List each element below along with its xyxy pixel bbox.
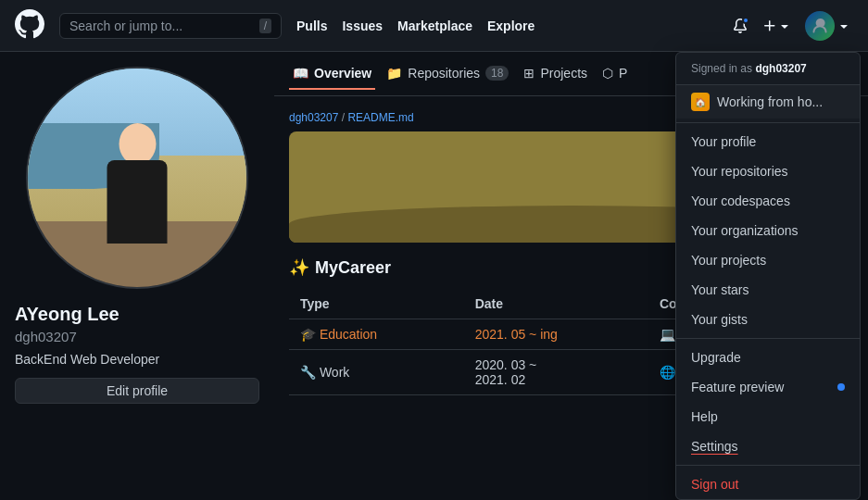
menu-upgrade[interactable]: Upgrade (676, 343, 860, 372)
menu-your-projects[interactable]: Your projects (676, 245, 860, 275)
user-menu-button[interactable] (803, 9, 853, 43)
active-org-label: Working from ho... (717, 94, 823, 109)
menu-your-repositories[interactable]: Your repositories (676, 156, 860, 186)
header: Search or jump to... / Pulls Issues Mark… (0, 0, 868, 52)
person-body (107, 160, 168, 244)
tab-packages[interactable]: ⬡ P (598, 58, 631, 90)
nav-explore[interactable]: Explore (487, 19, 535, 33)
overview-icon: 📖 (293, 66, 308, 81)
tab-overview-label: Overview (314, 66, 371, 81)
menu-your-codespaces[interactable]: Your codespaces (676, 186, 860, 216)
signed-in-label: Signed in as (691, 62, 752, 75)
divider-1 (676, 122, 860, 123)
your-profile-label: Your profile (691, 134, 756, 149)
user-avatar (805, 11, 835, 41)
notification-indicator (742, 17, 749, 24)
notifications-button[interactable] (729, 15, 751, 37)
tab-repositories[interactable]: 📁 Repositories 18 (383, 58, 512, 90)
create-button[interactable] (759, 15, 796, 37)
avatar-icon (811, 17, 829, 35)
your-projects-label: Your projects (691, 253, 766, 268)
menu-your-profile[interactable]: Your profile (676, 127, 860, 156)
nav-issues[interactable]: Issues (342, 19, 383, 33)
profile-avatar: 🏠 (26, 67, 248, 289)
your-organizations-label: Your organizations (691, 223, 798, 238)
tab-packages-label: P (619, 66, 627, 81)
sign-out-label: Sign out (691, 477, 738, 492)
header-actions (729, 9, 853, 43)
divider-3 (676, 465, 860, 466)
education-date: 2021. 05 ~ ing (475, 327, 558, 342)
search-shortcut: / (259, 19, 271, 33)
upgrade-label: Upgrade (691, 350, 741, 365)
your-repositories-label: Your repositories (691, 164, 788, 179)
menu-your-organizations[interactable]: Your organizations (676, 216, 860, 245)
tab-overview[interactable]: 📖 Overview (289, 58, 375, 90)
work-label: Work (320, 365, 349, 380)
row2-type: 🔧 Work (289, 350, 464, 395)
your-gists-label: Your gists (691, 312, 748, 327)
crawler-icon: 🌐 (660, 365, 675, 380)
row1-date: 2021. 05 ~ ing (464, 319, 648, 350)
settings-label: Settings (691, 439, 738, 454)
repo-count-badge: 18 (485, 66, 509, 81)
divider-2 (676, 338, 860, 339)
profile-sidebar: 🏠 AYeong Lee dgh03207 BackEnd Web Develo… (0, 52, 274, 500)
feature-preview-dot (837, 383, 845, 391)
dropdown-username: dgh03207 (755, 62, 806, 75)
nav-pulls[interactable]: Pulls (296, 19, 327, 33)
profile-name: AYeong Lee (15, 304, 259, 325)
org-badge-icon: 🏠 (691, 93, 710, 111)
plus-icon (762, 19, 777, 33)
education-icon: 🎓 (300, 327, 316, 342)
menu-your-stars[interactable]: Your stars (676, 275, 860, 305)
person-figure (107, 123, 168, 244)
tab-projects[interactable]: ⊞ Projects (520, 58, 591, 90)
education-label: Education (320, 327, 377, 342)
col-date: Date (464, 289, 648, 319)
row2-date: 2020. 03 ~2021. 02 (464, 350, 648, 395)
menu-feature-preview[interactable]: Feature preview (676, 372, 860, 402)
avatar-image (28, 69, 246, 287)
dropdown-header: Signed in as dgh03207 (676, 53, 860, 85)
main-nav: Pulls Issues Marketplace Explore (296, 19, 714, 33)
search-box[interactable]: Search or jump to... / (59, 13, 282, 39)
row1-type: 🎓 Education (289, 319, 464, 350)
repo-icon: 📁 (386, 66, 402, 81)
github-logo-icon (15, 9, 44, 39)
github-logo[interactable] (15, 9, 44, 42)
status-badge: 🏠 (215, 260, 237, 282)
avatar-chevron-icon (837, 19, 851, 33)
menu-settings[interactable]: Settings (676, 431, 860, 461)
web-icon: 💻 (660, 327, 675, 342)
chevron-down-icon (777, 19, 792, 33)
menu-help[interactable]: Help (676, 402, 860, 431)
your-stars-label: Your stars (691, 282, 749, 297)
packages-icon: ⬡ (602, 66, 613, 81)
your-codespaces-label: Your codespaces (691, 194, 790, 208)
readme-path-file: README.md (347, 111, 413, 124)
menu-your-gists[interactable]: Your gists (676, 305, 860, 334)
edit-profile-button[interactable]: Edit profile (15, 378, 259, 404)
user-dropdown-menu: Signed in as dgh03207 🏠 Working from ho.… (675, 52, 861, 500)
person-head (119, 123, 156, 165)
nav-marketplace[interactable]: Marketplace (397, 19, 472, 33)
search-placeholder: Search or jump to... (69, 19, 182, 33)
profile-username: dgh03207 (15, 329, 259, 344)
work-date: 2020. 03 ~2021. 02 (475, 357, 537, 387)
projects-icon: ⊞ (523, 66, 535, 81)
feature-preview-label: Feature preview (691, 380, 784, 394)
sparkle-icon: ✨ (289, 257, 309, 278)
help-label: Help (691, 409, 718, 424)
work-icon: 🔧 (300, 365, 316, 380)
active-org-item[interactable]: 🏠 Working from ho... (676, 85, 860, 119)
readme-path-user: dgh03207 (289, 111, 338, 124)
menu-sign-out[interactable]: Sign out (676, 469, 860, 499)
career-title-text: MyCareer (315, 258, 391, 278)
tab-projects-label: Projects (540, 66, 587, 81)
col-type: Type (289, 289, 464, 319)
profile-bio: BackEnd Web Developer (15, 352, 259, 367)
tab-repositories-label: Repositories (408, 66, 480, 81)
